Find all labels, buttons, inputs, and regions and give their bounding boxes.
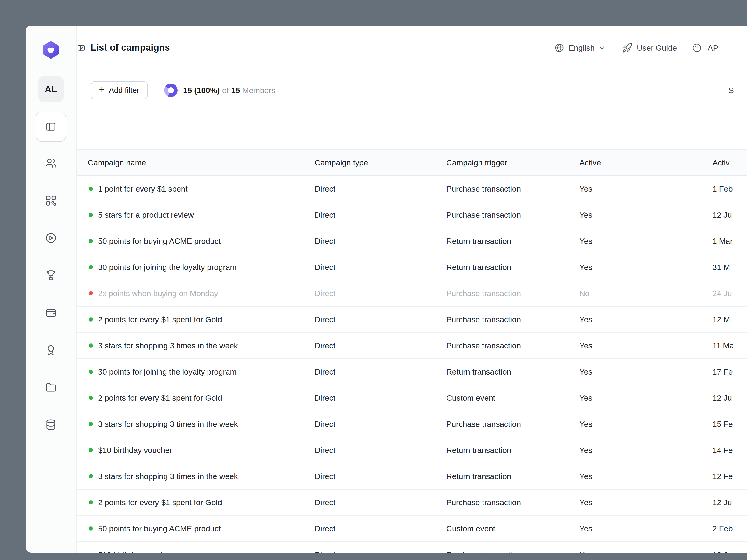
campaign-trigger-cell: Custom event [436,516,569,541]
campaign-trigger-cell: Return transaction [436,228,569,254]
table-row[interactable]: $12 birthday voucherDirectPurchase trans… [77,542,747,553]
campaign-type-cell: Direct [304,463,436,489]
campaign-type-cell: Direct [304,437,436,463]
campaign-trigger-cell: Return transaction [436,254,569,280]
language-selector[interactable]: English [554,43,606,53]
active-cell: Yes [569,385,702,411]
plus-icon: + [99,85,105,95]
campaign-name: 3 stars for shopping 3 times in the week [98,472,238,481]
campaign-type-cell: Direct [304,359,436,384]
column-header-active[interactable]: Active [569,150,702,176]
table-row[interactable]: 3 stars for shopping 3 times in the week… [77,463,747,489]
active-cell: Yes [569,489,702,515]
campaign-trigger-cell: Return transaction [436,463,569,489]
campaign-name-cell: 30 points for joining the loyalty progra… [77,254,304,280]
sidebar-item-campaign-list-selected[interactable] [36,111,66,142]
members-label: Members [242,86,276,95]
status-dot-active [89,526,93,531]
campaign-trigger-cell: Return transaction [436,437,569,463]
campaign-name: 5 stars for a product review [98,211,194,219]
account-avatar[interactable]: AL [38,76,64,102]
user-guide-link[interactable]: User Guide [622,43,677,53]
active-from-cell: 12 Ju [702,542,747,553]
chevron-down-icon [598,44,606,52]
campaign-name: 2 points for every $1 spent for Gold [98,315,222,324]
sidebar-item-automation[interactable] [44,231,58,245]
table-row[interactable]: 2 points for every $1 spent for GoldDire… [77,489,747,516]
table-row[interactable]: 30 points for joining the loyalty progra… [77,254,747,281]
sidebar-item-members[interactable] [44,156,58,171]
header-actions: English User Guide [554,26,718,70]
users-icon [45,157,57,170]
campaign-name-cell: 50 points for buying ACME product [77,516,304,541]
sidebar-item-assets[interactable] [44,380,58,395]
rocket-icon [622,43,633,53]
campaigns-qr-icon [45,194,57,207]
table-row[interactable]: 2 points for every $1 spent for GoldDire… [77,385,747,411]
sidebar-item-data[interactable] [44,417,58,432]
brand-logo-icon[interactable] [42,41,60,59]
table-row[interactable]: 2 points for every $1 spent for GoldDire… [77,306,747,333]
campaign-type-cell: Direct [304,176,436,202]
campaign-name: $12 birthday voucher [98,550,172,553]
table-row[interactable]: 5 stars for a product reviewDirectPurcha… [77,202,747,228]
sidebar-item-loyalty-tiers[interactable] [44,343,58,357]
campaign-type-cell: Direct [304,542,436,553]
active-cell: Yes [569,411,702,437]
active-cell: Yes [569,437,702,463]
campaign-type-cell: Direct [304,281,436,306]
campaign-type-cell: Direct [304,385,436,411]
status-dot-active [89,187,93,191]
page-title: List of campaigns [91,42,170,53]
collapse-sidebar-icon[interactable] [77,44,85,52]
campaign-trigger-cell: Purchase transaction [436,176,569,202]
active-cell: Yes [569,516,702,541]
table-row[interactable]: 1 point for every $1 spentDirectPurchase… [77,176,747,202]
active-from-cell: 1 Feb [702,176,747,202]
status-dot-active [89,317,93,322]
active-cell: Yes [569,333,702,358]
status-dot-active [89,344,93,348]
active-cell: Yes [569,228,702,254]
campaign-name: 2 points for every $1 spent for Gold [98,393,222,402]
globe-icon [554,43,564,53]
table-row[interactable]: 3 stars for shopping 3 times in the week… [77,411,747,437]
table-row[interactable]: 30 points for joining the loyalty progra… [77,359,747,385]
column-header-campaign-type[interactable]: Campaign type [304,150,436,176]
sidebar-item-rewards[interactable] [44,268,58,283]
active-from-cell: 11 Ma [702,333,747,358]
sidebar-item-campaigns[interactable] [44,193,58,208]
table-body: 1 point for every $1 spentDirectPurchase… [77,176,747,553]
table-row[interactable]: 2x points when buying on MondayDirectPur… [77,281,747,306]
active-cell: Yes [569,306,702,332]
status-dot-active [89,422,93,426]
active-from-cell: 31 M [702,254,747,280]
members-of: of [222,86,229,95]
table-row[interactable]: 50 points for buying ACME productDirectC… [77,516,747,542]
table-row[interactable]: $10 birthday voucherDirectReturn transac… [77,437,747,463]
add-filter-button[interactable]: + Add filter [91,81,148,99]
table-row[interactable]: 3 stars for shopping 3 times in the week… [77,333,747,359]
toolbar-right-truncated-label[interactable]: S [728,86,734,95]
campaign-name-cell: $10 birthday voucher [77,437,304,463]
active-from-cell: 17 Fe [702,359,747,384]
sidebar-item-wallet[interactable] [44,305,58,320]
campaign-type-cell: Direct [304,333,436,358]
table-row[interactable]: 50 points for buying ACME productDirectR… [77,228,747,254]
status-dot-active [89,239,93,243]
column-header-campaign-trigger[interactable]: Campaign trigger [436,150,569,176]
active-cell: Yes [569,254,702,280]
help-menu[interactable]: AP [692,43,718,53]
layout-icon [45,121,57,133]
active-from-cell: 14 Fe [702,437,747,463]
active-from-cell: 2 Feb [702,516,747,541]
campaign-trigger-cell: Return transaction [436,359,569,384]
campaign-type-cell: Direct [304,489,436,515]
help-circle-icon [692,43,702,53]
column-header-active-from[interactable]: Activ [702,150,747,176]
column-header-campaign-name[interactable]: Campaign name [77,150,304,176]
status-dot-active [89,370,93,374]
award-icon [45,344,57,356]
active-from-cell: 1 Mar [702,228,747,254]
campaign-name: 50 points for buying ACME product [98,524,221,533]
